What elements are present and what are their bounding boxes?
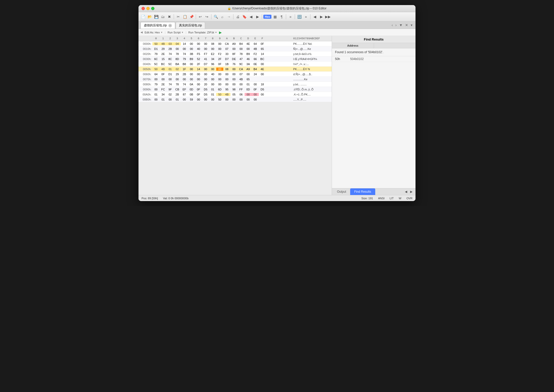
- hex-byte[interactable]: 50: [216, 98, 223, 101]
- hex-byte[interactable]: D7: [223, 57, 230, 61]
- hex-byte[interactable]: 00: [245, 93, 252, 96]
- hex-byte[interactable]: 00: [230, 73, 238, 76]
- nav-fwd-button[interactable]: ▶: [254, 14, 261, 20]
- hex-byte[interactable]: 0D: [245, 88, 252, 91]
- para-button[interactable]: ¶: [279, 14, 285, 20]
- hex-byte[interactable]: 00: [245, 47, 252, 50]
- copy-button[interactable]: 📋: [182, 14, 188, 20]
- hex-byte[interactable]: 9C: [238, 63, 245, 66]
- hex-byte[interactable]: 00: [230, 78, 238, 81]
- hex-byte[interactable]: 07: [223, 47, 230, 50]
- hex-byte[interactable]: 6C: [152, 57, 160, 61]
- hex-byte[interactable]: 00: [188, 63, 195, 66]
- hex-byte[interactable]: 00: [152, 78, 160, 81]
- hex-byte[interactable]: 74: [181, 52, 188, 55]
- hex-byte[interactable]: 00: [223, 98, 230, 101]
- hex-byte[interactable]: CB: [174, 88, 181, 91]
- hex-byte[interactable]: 00: [238, 98, 245, 101]
- run-button[interactable]: ▶: [219, 30, 222, 34]
- hex-byte[interactable]: 1F: [181, 68, 188, 71]
- next-button[interactable]: ▶: [318, 14, 324, 20]
- hex-byte[interactable]: 00: [195, 98, 202, 101]
- hex-byte[interactable]: 47: [238, 57, 245, 61]
- hex-byte[interactable]: F7: [202, 52, 209, 55]
- tab-prev-button[interactable]: ‹: [391, 23, 394, 28]
- hex-byte[interactable]: CA: [238, 68, 245, 71]
- hex-byte[interactable]: 00: [202, 78, 209, 81]
- hex-byte[interactable]: 14: [259, 52, 266, 55]
- hex-byte[interactable]: 15: [160, 57, 167, 61]
- tab-close-all-button[interactable]: ✕: [404, 23, 409, 28]
- hex-byte[interactable]: F2: [216, 52, 223, 55]
- hex-byte[interactable]: FC: [160, 88, 167, 91]
- hex-byte[interactable]: 06: [238, 93, 245, 96]
- hex-byte[interactable]: 0F: [252, 88, 259, 91]
- hex-byte[interactable]: 4B: [238, 78, 245, 81]
- paste-button[interactable]: 📌: [188, 14, 194, 20]
- hex-byte[interactable]: 0E: [252, 63, 259, 66]
- hex-byte[interactable]: 79: [152, 52, 160, 55]
- hex-byte[interactable]: 00: [188, 47, 195, 50]
- hex-byte[interactable]: B9: [188, 57, 195, 61]
- prev-result-button[interactable]: ◀: [404, 189, 408, 194]
- hex-byte[interactable]: D5: [202, 88, 209, 91]
- hex-byte[interactable]: 00: [259, 73, 266, 76]
- hex-byte[interactable]: 64: [252, 42, 259, 45]
- redo-button[interactable]: ↪: [204, 14, 210, 20]
- hex-byte[interactable]: 0F: [259, 42, 266, 45]
- hex-byte[interactable]: 2E: [160, 52, 167, 55]
- hex-byte[interactable]: 00: [238, 47, 245, 50]
- hex-byte[interactable]: 00: [195, 78, 202, 81]
- tab-next-button[interactable]: ›: [394, 23, 398, 28]
- hex-byte[interactable]: 4B: [223, 93, 230, 96]
- hex-byte[interactable]: 00: [167, 78, 174, 81]
- hex-byte[interactable]: B4: [252, 68, 259, 71]
- hex-byte[interactable]: 03: [167, 42, 174, 45]
- hex-byte[interactable]: B9: [245, 52, 252, 55]
- hex-byte[interactable]: 4E: [245, 42, 252, 45]
- end-button[interactable]: ▶▶: [325, 14, 331, 20]
- hex-byte[interactable]: 95: [223, 88, 230, 91]
- hex-byte[interactable]: 40: [209, 73, 216, 76]
- hex-byte[interactable]: 2F: [195, 63, 202, 66]
- hex-byte[interactable]: 52: [195, 57, 202, 61]
- hex-byte[interactable]: 2B: [167, 47, 174, 50]
- hex-byte[interactable]: 00: [181, 78, 188, 81]
- hex-byte[interactable]: 2F: [216, 57, 223, 61]
- hex-byte[interactable]: 00: [259, 93, 266, 96]
- hex-byte[interactable]: 96: [209, 63, 216, 66]
- hex-byte[interactable]: E2: [209, 52, 216, 55]
- hex-byte[interactable]: 00: [181, 98, 188, 101]
- hex-byte[interactable]: B4: [238, 42, 245, 45]
- hex-byte[interactable]: 74: [181, 83, 188, 86]
- hex-byte[interactable]: 66: [252, 57, 259, 61]
- hex-byte[interactable]: 9F: [167, 88, 174, 91]
- hex-byte[interactable]: 40: [195, 47, 202, 50]
- hex-byte[interactable]: 00: [195, 42, 202, 45]
- hex-byte[interactable]: 29: [160, 47, 167, 50]
- hex-byte[interactable]: 3B: [188, 52, 195, 55]
- undo-button[interactable]: ↩: [197, 14, 203, 20]
- save-all-button[interactable]: 🗂: [160, 14, 166, 20]
- hex-byte[interactable]: 00: [174, 47, 181, 50]
- hex-byte[interactable]: D1: [167, 73, 174, 76]
- hex-byte[interactable]: D5: [202, 93, 209, 96]
- find-results-tab[interactable]: Find Results: [350, 188, 375, 195]
- bookmark-button[interactable]: 🔖: [241, 14, 247, 20]
- hex-byte[interactable]: B8: [181, 63, 188, 66]
- hex-byte[interactable]: 08: [223, 68, 230, 71]
- hex-byte[interactable]: 00: [223, 78, 230, 81]
- hex-byte[interactable]: D7: [202, 63, 209, 66]
- hex-byte[interactable]: 74: [167, 83, 174, 86]
- hex-byte[interactable]: 65: [259, 47, 266, 50]
- hex-byte[interactable]: 05: [230, 93, 238, 96]
- hex-byte[interactable]: 4B: [252, 47, 259, 50]
- hex-byte[interactable]: 08: [209, 42, 216, 45]
- hex-byte[interactable]: 00: [216, 68, 223, 71]
- tab-0-close[interactable]: ×: [168, 24, 172, 27]
- hex-byte[interactable]: 0F: [195, 88, 202, 91]
- hex-byte[interactable]: D1: [152, 47, 160, 50]
- hex-byte[interactable]: 01: [152, 93, 160, 96]
- hex-byte[interactable]: 00: [188, 73, 195, 76]
- hex-byte[interactable]: 50: [152, 42, 160, 45]
